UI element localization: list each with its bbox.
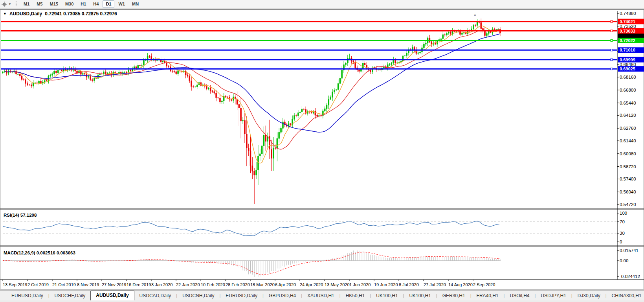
timeframe-button-m1[interactable]: M1 bbox=[20, 0, 33, 8]
timeframe-button-m30[interactable]: M30 bbox=[62, 0, 77, 8]
scroll-marker: ^ bbox=[474, 13, 476, 19]
bid-price-label bbox=[618, 33, 644, 38]
symbol-tab-eurusd-daily[interactable]: EURUSD,Daily bbox=[220, 291, 262, 300]
svg-text:3 Jan 2020: 3 Jan 2020 bbox=[151, 282, 172, 287]
svg-text:21 Oct 2019: 21 Oct 2019 bbox=[52, 282, 76, 287]
svg-text:0.62760: 0.62760 bbox=[620, 126, 636, 131]
svg-text:14 Aug 2020: 14 Aug 2020 bbox=[448, 282, 473, 287]
svg-text:0.74021: 0.74021 bbox=[620, 19, 635, 24]
svg-text:18 Mar 2020: 18 Mar 2020 bbox=[250, 282, 275, 287]
symbol-tabs: EURUSD,Daily|USDCHF,DailyAUDUSD,DailyUSD… bbox=[6, 291, 644, 300]
symbol-tab-eurusd-daily[interactable]: EURUSD,Daily bbox=[6, 291, 48, 300]
svg-text:0.54720: 0.54720 bbox=[620, 202, 636, 207]
svg-text:70: 70 bbox=[620, 219, 625, 224]
svg-text:19 Jun 2020: 19 Jun 2020 bbox=[374, 282, 398, 287]
timeframe-button-w1[interactable]: W1 bbox=[115, 0, 128, 8]
rsi-line bbox=[3, 221, 499, 236]
timeframe-button-h4[interactable]: H4 bbox=[90, 0, 102, 8]
macd-pane: 0.0157410.00-0.024412 bbox=[3, 248, 640, 279]
svg-text:0.71010: 0.71010 bbox=[620, 48, 635, 52]
svg-text:100: 100 bbox=[620, 211, 627, 215]
svg-text:2 Sep 2020: 2 Sep 2020 bbox=[473, 282, 495, 287]
symbol-tab-china300-h1[interactable]: CHINA300,H1 bbox=[607, 291, 644, 300]
tool-dropdown-arrow[interactable]: ▼ bbox=[8, 2, 11, 6]
svg-text:8 Nov 2019: 8 Nov 2019 bbox=[77, 282, 99, 287]
svg-text:0.61440: 0.61440 bbox=[620, 138, 636, 143]
timeframe-button-m5[interactable]: M5 bbox=[33, 0, 46, 8]
svg-text:0: 0 bbox=[620, 239, 622, 244]
svg-text:0.00: 0.00 bbox=[620, 258, 628, 263]
symbol-tab-audusd-daily[interactable]: AUDUSD,Daily bbox=[90, 291, 134, 300]
chart-symbol-label: AUDUSD,Daily bbox=[9, 11, 42, 17]
macd-indicator-label: MACD(12,26,9) 0.002516 0.003063 bbox=[4, 250, 75, 255]
svg-text:0.69999: 0.69999 bbox=[620, 57, 635, 62]
svg-text:27 Nov 2019: 27 Nov 2019 bbox=[102, 282, 126, 287]
timeframe-buttons: M1M5M15M30H1H4D1W1MN bbox=[20, 0, 142, 8]
symbol-tab-usdjpy-h1[interactable]: USDJPY,H1 bbox=[536, 291, 571, 300]
svg-text:0.64120: 0.64120 bbox=[620, 113, 636, 118]
candlesticks bbox=[2, 18, 501, 204]
moving-averages bbox=[5, 26, 500, 163]
top-toolbar: ▼ M1M5M15M30H1H4D1W1MN bbox=[0, 0, 644, 9]
symbol-tab-usoil-h4[interactable]: USOil,H4 bbox=[505, 291, 534, 300]
svg-text:8 Jul 2020: 8 Jul 2020 bbox=[399, 282, 419, 287]
svg-text:0.68160: 0.68160 bbox=[620, 75, 636, 79]
chart-ohlc-values: 0.72941 0.73085 0.72875 0.72976 bbox=[45, 11, 117, 17]
svg-text:^: ^ bbox=[474, 13, 476, 19]
svg-text:0.69025: 0.69025 bbox=[620, 66, 635, 71]
symbol-tab-fra40-h1[interactable]: FRA40,H1 bbox=[472, 291, 504, 300]
toolbar-grip bbox=[15, 1, 17, 7]
horizontal-lines[interactable] bbox=[1, 20, 617, 70]
svg-text:-0.024412: -0.024412 bbox=[620, 274, 640, 279]
svg-text:24 Apr 2020: 24 Apr 2020 bbox=[300, 282, 323, 287]
svg-text:1 Jun 2020: 1 Jun 2020 bbox=[349, 282, 371, 287]
svg-text:6 Apr 2020: 6 Apr 2020 bbox=[275, 282, 296, 287]
time-axis[interactable]: 13 Sep 20192 Oct 201921 Oct 20198 Nov 20… bbox=[3, 280, 495, 287]
rsi-indicator-label: RSI(14) 57.1208 bbox=[4, 213, 37, 217]
chart-window: 0.748800.735200.721600.708400.694800.681… bbox=[0, 9, 644, 289]
crosshair-icon bbox=[1, 1, 7, 7]
symbol-tab-usdcad-daily[interactable]: USDCAD,Daily bbox=[134, 291, 176, 300]
symbol-tab-xauusd-h1[interactable]: XAUUSD,H1 bbox=[302, 291, 339, 300]
macd-histogram bbox=[3, 250, 500, 277]
svg-text:13 May 2020: 13 May 2020 bbox=[325, 282, 350, 287]
svg-text:22 Jan 2020: 22 Jan 2020 bbox=[176, 282, 200, 287]
pane-separators bbox=[0, 11, 644, 280]
svg-text:0.73033: 0.73033 bbox=[620, 29, 635, 33]
svg-text:30: 30 bbox=[620, 231, 625, 236]
macd-signal-line bbox=[3, 252, 500, 275]
svg-text:0.66800: 0.66800 bbox=[620, 88, 636, 92]
svg-text:0.73520: 0.73520 bbox=[620, 24, 636, 29]
symbol-tab-hk50-h1[interactable]: HK50,H1 bbox=[341, 291, 370, 300]
svg-text:0.72022: 0.72022 bbox=[620, 38, 635, 43]
symbol-tab-bar: EURUSD,Daily|USDCHF,DailyAUDUSD,DailyUSD… bbox=[0, 290, 644, 300]
svg-text:0.56040: 0.56040 bbox=[620, 190, 636, 194]
symbol-tab-gbpusd-h4[interactable]: GBPUSD,H4 bbox=[264, 291, 301, 300]
symbol-tab-uk100-h1[interactable]: UK100,H1 bbox=[404, 291, 436, 300]
chart-collapse-arrow[interactable]: ▼ bbox=[3, 12, 7, 16]
timeframe-button-h1[interactable]: H1 bbox=[77, 0, 89, 8]
svg-text:10 Feb 2020: 10 Feb 2020 bbox=[201, 282, 225, 287]
timeframe-button-d1[interactable]: D1 bbox=[103, 0, 114, 8]
symbol-tab-ger30-h1[interactable]: GER30,H1 bbox=[437, 291, 470, 300]
cursor-tool-button[interactable]: ▼ bbox=[0, 1, 13, 7]
chart-title: ▼ AUDUSD,Daily 0.72941 0.73085 0.72875 0… bbox=[3, 11, 117, 17]
ma-line-fast bbox=[5, 26, 500, 163]
svg-text:0.015741: 0.015741 bbox=[620, 248, 638, 253]
symbol-tab-dj30-daily[interactable]: DJ30,Daily bbox=[572, 291, 605, 300]
svg-text:13 Sep 2019: 13 Sep 2019 bbox=[3, 282, 27, 287]
svg-text:2 Oct 2019: 2 Oct 2019 bbox=[28, 282, 49, 287]
symbol-tab-usdcnh-daily[interactable]: USDCNH,Daily bbox=[177, 291, 219, 300]
symbol-tab-uk100-h1[interactable]: UK100,H1 bbox=[371, 291, 403, 300]
ma-line-slow bbox=[5, 34, 500, 132]
timeframe-button-mn[interactable]: MN bbox=[129, 0, 142, 8]
svg-text:0.60080: 0.60080 bbox=[620, 151, 636, 156]
price-chart-surface[interactable]: 0.748800.735200.721600.708400.694800.681… bbox=[0, 10, 644, 289]
timeframe-button-m15[interactable]: M15 bbox=[46, 0, 61, 8]
svg-text:27 Jul 2020: 27 Jul 2020 bbox=[424, 282, 446, 287]
svg-text:28 Feb 2020: 28 Feb 2020 bbox=[226, 282, 250, 287]
svg-text:0.58720: 0.58720 bbox=[620, 164, 636, 169]
ma-line-mid bbox=[5, 30, 500, 149]
svg-text:16 Dec 2019: 16 Dec 2019 bbox=[127, 282, 151, 287]
symbol-tab-usdchf-daily[interactable]: USDCHF,Daily bbox=[50, 291, 91, 300]
